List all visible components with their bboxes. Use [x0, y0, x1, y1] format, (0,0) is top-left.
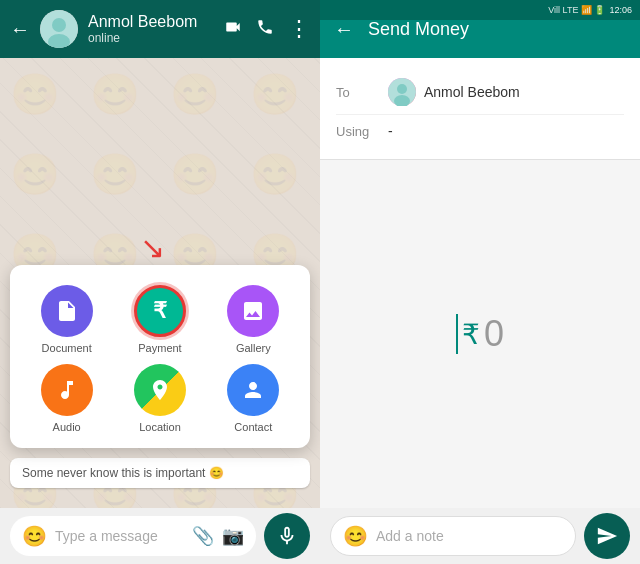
attachment-item-location[interactable]: Location	[125, 364, 195, 433]
attachment-popup: ↘ Document ₹ Payment	[10, 265, 310, 448]
audio-label: Audio	[53, 421, 81, 433]
payment-label: Payment	[138, 342, 181, 354]
location-label: Location	[139, 421, 181, 433]
location-icon	[134, 364, 186, 416]
chat-message: Some never know this is important 😊	[10, 458, 310, 488]
mic-button[interactable]	[264, 513, 310, 559]
message-text: Some never know this is important 😊	[22, 466, 224, 480]
left-header: ← Anmol Beebom online ⋮	[0, 0, 320, 58]
cursor-blink	[456, 314, 458, 354]
attachment-item-contact[interactable]: Contact	[218, 364, 288, 433]
using-label: Using	[336, 124, 376, 139]
send-money-form: To Anmol Beebom Using -	[320, 58, 640, 160]
to-value: Anmol Beebom	[388, 78, 520, 106]
right-time: 12:06	[609, 5, 632, 15]
note-input-container[interactable]: 😊 Add a note	[330, 516, 576, 556]
attachment-item-audio[interactable]: Audio	[32, 364, 102, 433]
svg-point-4	[397, 84, 407, 94]
attachment-row-1: Document ₹ Payment Gallery	[20, 285, 300, 354]
send-button[interactable]	[584, 513, 630, 559]
payment-icon: ₹	[134, 285, 186, 337]
emoji-icon-left[interactable]: 😊	[22, 524, 47, 548]
to-row: To Anmol Beebom	[336, 70, 624, 115]
attachment-item-document[interactable]: Document	[32, 285, 102, 354]
call-icon[interactable]	[256, 18, 274, 41]
amount-area[interactable]: ₹ 0	[320, 160, 640, 508]
contact-icon	[227, 364, 279, 416]
back-icon[interactable]: ←	[10, 18, 30, 41]
camera-icon[interactable]: 📷	[222, 525, 244, 547]
note-placeholder[interactable]: Add a note	[376, 528, 563, 544]
amount-display: ₹ 0	[456, 313, 504, 355]
video-icon[interactable]	[224, 18, 242, 41]
message-placeholder[interactable]: Type a message	[55, 528, 184, 544]
gallery-label: Gallery	[236, 342, 271, 354]
using-row: Using -	[336, 115, 624, 147]
chat-area: Some never know this is important 😊 ↘ Do…	[0, 58, 320, 508]
document-icon	[41, 285, 93, 337]
rupee-symbol: ₹	[462, 318, 480, 351]
to-label: To	[336, 85, 376, 100]
contact-label: Contact	[234, 421, 272, 433]
svg-point-1	[52, 18, 66, 32]
attachment-item-payment[interactable]: ₹ Payment	[125, 285, 195, 354]
amount-value: 0	[484, 313, 504, 355]
right-status-bar: Vill LTE 📶 🔋 12:06	[320, 0, 640, 20]
using-value: -	[388, 123, 393, 139]
right-back-icon[interactable]: ←	[334, 18, 354, 41]
emoji-icon-right[interactable]: 😊	[343, 524, 368, 548]
right-panel: Vill LTE 📶 🔋 12:06 ← Send Money To Anmol…	[320, 0, 640, 564]
left-bottom-bar: 😊 Type a message 📎 📷	[0, 508, 320, 564]
recipient-avatar	[388, 78, 416, 106]
document-label: Document	[42, 342, 92, 354]
right-bottom-bar: 😊 Add a note	[320, 508, 640, 564]
contact-name: Anmol Beebom	[88, 13, 214, 31]
right-title: Send Money	[368, 19, 469, 40]
arrow-indicator: ↘	[140, 230, 165, 265]
header-icons: ⋮	[224, 18, 310, 41]
attachment-item-gallery[interactable]: Gallery	[218, 285, 288, 354]
contact-info: Anmol Beebom online	[88, 13, 214, 45]
contact-status: online	[88, 31, 214, 45]
attachment-icon[interactable]: 📎	[192, 525, 214, 547]
avatar	[40, 10, 78, 48]
attachment-row-2: Audio Location Contact	[20, 364, 300, 433]
status-icons: Vill LTE 📶 🔋	[548, 5, 605, 15]
message-input-container: 😊 Type a message 📎 📷	[10, 516, 256, 556]
recipient-name: Anmol Beebom	[424, 84, 520, 100]
audio-icon	[41, 364, 93, 416]
more-icon[interactable]: ⋮	[288, 18, 310, 41]
gallery-icon	[227, 285, 279, 337]
left-panel: ← Anmol Beebom online ⋮ Some neve	[0, 0, 320, 564]
